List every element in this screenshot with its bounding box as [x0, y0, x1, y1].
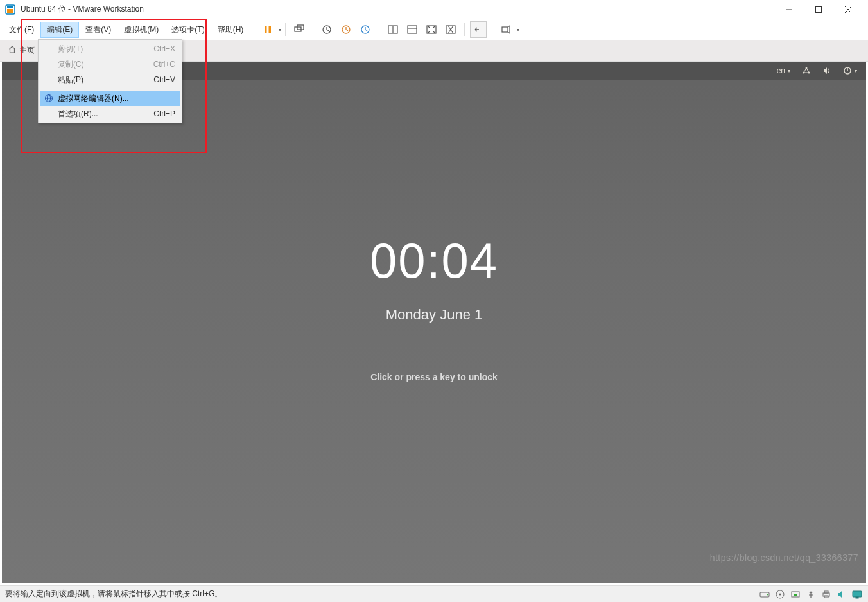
- menu-item-shortcut: Ctrl+P: [153, 109, 175, 118]
- svg-rect-36: [794, 594, 797, 596]
- lock-time: 00:04: [370, 233, 498, 288]
- menu-item-virtual-network-editor[interactable]: 虚拟网络编辑器(N)...: [40, 91, 180, 106]
- menu-item-shortcut: Ctrl+V: [153, 75, 175, 84]
- window-titlebar: Ubuntu 64 位 - VMware Workstation: [0, 0, 868, 19]
- home-icon: [8, 45, 17, 56]
- menu-view[interactable]: 查看(V): [79, 22, 117, 38]
- separator: [464, 23, 465, 36]
- app-icon: [5, 4, 15, 15]
- revert-snapshot-button[interactable]: [338, 21, 354, 38]
- chevron-down-icon[interactable]: ▾: [517, 27, 519, 33]
- language-label: en: [777, 66, 785, 75]
- send-ctrl-alt-del-button[interactable]: [291, 21, 308, 38]
- view-console-button[interactable]: [404, 21, 421, 38]
- printer-icon[interactable]: [820, 589, 832, 599]
- tab-home[interactable]: 主页: [3, 42, 40, 58]
- svg-point-32: [767, 594, 768, 595]
- menu-edit[interactable]: 编辑(E): [40, 22, 79, 38]
- menubar: 文件(F) 编辑(E) 查看(V) 虚拟机(M) 选项卡(T) 帮助(H) ▾ …: [0, 19, 868, 40]
- manage-snapshot-button[interactable]: [357, 21, 374, 38]
- svg-rect-22: [502, 27, 508, 32]
- menu-item-label: 复制(C): [58, 59, 84, 70]
- menu-item-preferences[interactable]: 首选项(R)... Ctrl+P: [40, 106, 180, 121]
- svg-rect-41: [856, 597, 858, 598]
- usb-icon[interactable]: [805, 589, 817, 599]
- tab-home-label: 主页: [19, 45, 35, 56]
- watermark: https://blog.csdn.net/qq_33366377: [710, 553, 858, 563]
- language-indicator[interactable]: en ▾: [777, 66, 790, 75]
- chevron-down-icon: ▾: [855, 68, 857, 74]
- globe-icon: [44, 93, 54, 103]
- statusbar: 要将输入定向到该虚拟机，请将鼠标指针移入其中或按 Ctrl+G。: [0, 585, 868, 602]
- network-icon[interactable]: [802, 66, 811, 75]
- menu-vm[interactable]: 虚拟机(M): [117, 22, 165, 38]
- menu-help[interactable]: 帮助(H): [211, 22, 250, 38]
- lock-date: Monday June 1: [370, 306, 498, 323]
- menu-item-label: 剪切(T): [58, 44, 83, 55]
- hdd-icon[interactable]: [759, 589, 770, 599]
- power-icon[interactable]: ▾: [843, 66, 857, 75]
- snapshot-button[interactable]: [318, 21, 335, 38]
- unity-button[interactable]: [442, 21, 459, 38]
- lock-hint: Click or press a key to unlock: [370, 372, 498, 382]
- menu-item-shortcut: Ctrl+X: [153, 44, 175, 53]
- window-title: Ubuntu 64 位 - VMware Workstation: [21, 4, 774, 15]
- svg-rect-40: [853, 591, 862, 597]
- display-icon[interactable]: [851, 589, 863, 599]
- statusbar-text: 要将输入定向到该虚拟机，请将鼠标指针移入其中或按 Ctrl+G。: [5, 589, 222, 599]
- chevron-down-icon: ▾: [788, 68, 790, 74]
- separator: [313, 23, 313, 36]
- svg-rect-8: [269, 26, 272, 33]
- svg-point-34: [779, 593, 781, 595]
- close-button[interactable]: [833, 0, 863, 19]
- separator: [254, 23, 254, 36]
- fullscreen-button[interactable]: [423, 21, 440, 38]
- svg-rect-4: [816, 6, 822, 12]
- cycle-windows-button[interactable]: [498, 21, 514, 38]
- menu-item-cut[interactable]: 剪切(T) Ctrl+X: [40, 41, 180, 57]
- network-adapter-icon[interactable]: [790, 589, 801, 599]
- menu-item-label: 虚拟网络编辑器(N)...: [58, 93, 129, 104]
- volume-icon[interactable]: [822, 66, 831, 75]
- menu-item-copy[interactable]: 复制(C) Ctrl+C: [40, 57, 180, 72]
- statusbar-device-icons: [759, 589, 863, 599]
- menu-tabs[interactable]: 选项卡(T): [165, 22, 211, 38]
- maximize-button[interactable]: [804, 0, 833, 19]
- cd-icon[interactable]: [774, 589, 786, 599]
- svg-rect-2: [7, 9, 13, 13]
- menu-item-paste[interactable]: 粘贴(P) Ctrl+V: [40, 72, 180, 87]
- stretch-guest-button[interactable]: [470, 21, 487, 38]
- separator: [285, 23, 286, 36]
- pause-button[interactable]: [259, 21, 276, 38]
- svg-rect-1: [7, 6, 13, 8]
- edit-dropdown-menu: 剪切(T) Ctrl+X 复制(C) Ctrl+C 粘贴(P) Ctrl+V 虚…: [38, 39, 182, 123]
- window-controls: [774, 0, 863, 19]
- svg-rect-7: [265, 26, 267, 33]
- separator: [492, 23, 492, 36]
- separator: [379, 23, 379, 36]
- svg-rect-16: [408, 26, 417, 33]
- svg-rect-38: [824, 591, 828, 593]
- menu-item-shortcut: Ctrl+C: [153, 60, 175, 69]
- separator: [40, 89, 180, 89]
- chevron-down-icon[interactable]: ▾: [279, 27, 281, 33]
- minimize-button[interactable]: [774, 0, 804, 19]
- menu-file[interactable]: 文件(F): [3, 22, 40, 38]
- lock-screen-center: 00:04 Monday June 1 Click or press a key…: [370, 233, 498, 382]
- menu-item-label: 粘贴(P): [58, 75, 83, 85]
- view-single-button[interactable]: [385, 21, 401, 38]
- vm-guest-display[interactable]: en ▾ ▾ 00:04 Monday June 1 Click or pres…: [2, 62, 866, 583]
- sound-card-icon[interactable]: [836, 589, 847, 599]
- menu-item-label: 首选项(R)...: [58, 109, 98, 120]
